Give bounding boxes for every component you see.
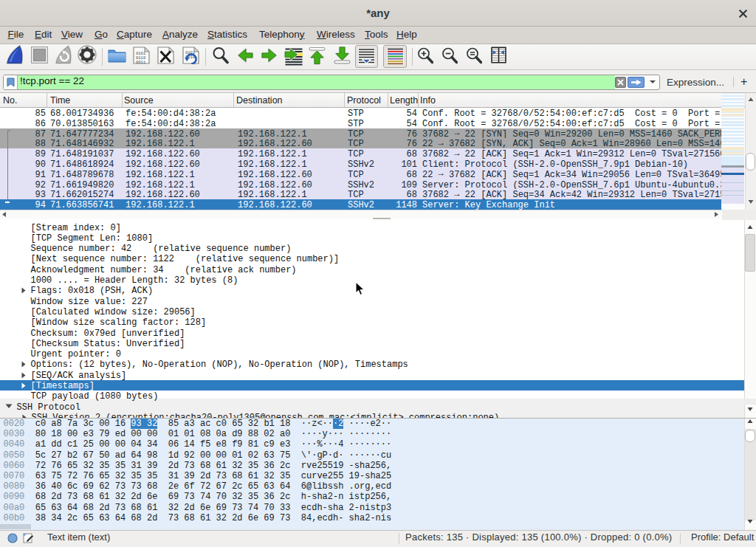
svg-text:0011: 0011 xyxy=(136,60,146,64)
